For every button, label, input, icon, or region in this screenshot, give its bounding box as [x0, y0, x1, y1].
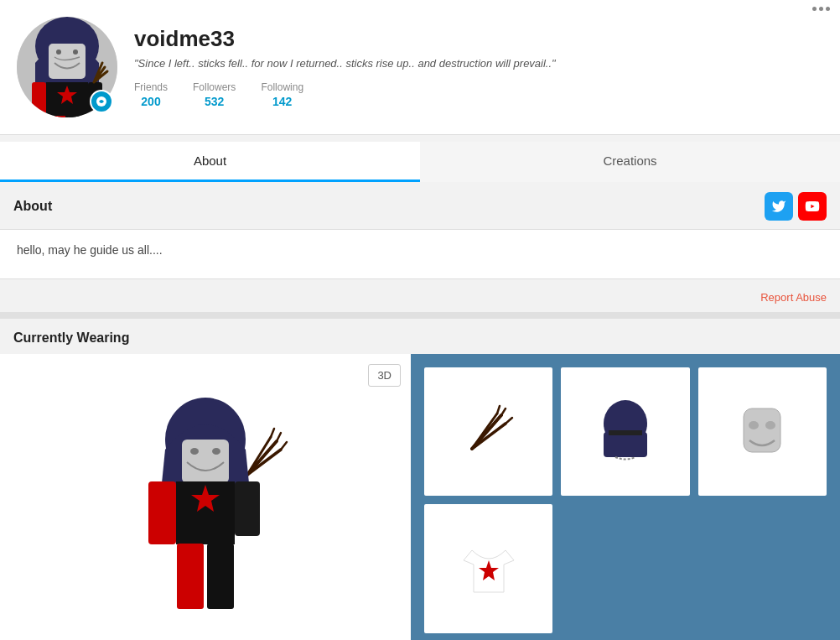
youtube-button[interactable]: [798, 192, 827, 221]
following-label: Following: [261, 81, 303, 93]
options-dots[interactable]: [812, 7, 830, 11]
svg-rect-10: [69, 116, 87, 117]
3d-button[interactable]: 3D: [368, 364, 401, 387]
dot-2: [819, 7, 823, 11]
stat-followers: Followers 532: [193, 81, 236, 108]
report-container: Report Abuse: [0, 283, 840, 312]
social-icons: [765, 192, 827, 221]
svg-rect-2: [49, 44, 86, 79]
svg-point-4: [73, 49, 78, 55]
profile-header: voidme33 "Since I left.. sticks fell.. f…: [0, 0, 840, 135]
svg-rect-27: [177, 544, 204, 609]
avatar-container: [17, 17, 117, 117]
item-icon-mask: [716, 386, 808, 478]
character-3d-view: [113, 382, 298, 617]
svg-rect-26: [235, 481, 260, 536]
twitter-button[interactable]: [765, 192, 793, 221]
svg-line-33: [506, 418, 512, 424]
followers-value[interactable]: 532: [205, 95, 224, 108]
about-text: hello, may he guide us all....: [0, 229, 840, 279]
dot-3: [826, 7, 830, 11]
svg-line-15: [247, 437, 271, 475]
following-value[interactable]: 142: [272, 95, 292, 108]
item-icon-shirt: [443, 523, 535, 615]
report-abuse-link[interactable]: Report Abuse: [760, 291, 827, 304]
svg-line-17: [281, 442, 287, 450]
currently-wearing-title: Currently Wearing: [0, 319, 840, 354]
svg-point-40: [765, 421, 775, 429]
svg-rect-36: [604, 432, 647, 457]
about-section: About hello, may h: [0, 182, 840, 312]
item-icon-claw: [443, 386, 535, 478]
friends-value[interactable]: 200: [141, 95, 160, 108]
svg-point-39: [749, 421, 759, 429]
main-content: About hello, may h: [0, 182, 840, 640]
friends-label: Friends: [134, 81, 168, 93]
online-badge: [90, 90, 113, 113]
svg-line-34: [497, 406, 500, 414]
svg-rect-37: [609, 430, 642, 435]
section-divider-1: [0, 312, 840, 319]
svg-point-3: [56, 49, 61, 55]
tabs-container: About Creations: [0, 142, 840, 182]
item-card-hood[interactable]: [561, 367, 689, 496]
svg-point-22: [212, 448, 220, 455]
followers-label: Followers: [193, 81, 236, 93]
profile-stats: Friends 200 Followers 532 Following 142: [134, 81, 823, 108]
item-icon-hood: [579, 386, 671, 478]
item-card-shirt[interactable]: [424, 504, 552, 632]
items-panel: [411, 354, 840, 640]
svg-line-32: [501, 408, 506, 415]
about-bio: hello, may he guide us all....: [17, 243, 163, 257]
item-card-claw[interactable]: [424, 367, 552, 496]
username: voidme33: [134, 26, 823, 52]
avatar-3d-container: 3D: [0, 354, 411, 640]
about-header: About: [0, 182, 840, 229]
svg-rect-20: [182, 440, 229, 483]
profile-info: voidme33 "Since I left.. sticks fell.. f…: [134, 26, 823, 108]
page-wrapper: voidme33 "Since I left.. sticks fell.. f…: [0, 0, 840, 640]
svg-rect-7: [32, 82, 46, 117]
tab-creations[interactable]: Creations: [420, 142, 840, 182]
wearing-content: 3D: [0, 354, 840, 640]
svg-point-21: [190, 448, 199, 455]
svg-line-16: [277, 433, 281, 441]
item-card-mask[interactable]: [698, 367, 827, 496]
currently-wearing-section: Currently Wearing 3D: [0, 319, 840, 640]
svg-rect-25: [148, 481, 176, 544]
tab-about[interactable]: About: [0, 142, 420, 182]
stat-following: Following 142: [261, 81, 303, 108]
stat-friends: Friends 200: [134, 81, 168, 108]
profile-bio: "Since I left.. sticks fell.. for now I …: [134, 57, 823, 70]
svg-rect-9: [47, 116, 65, 117]
svg-rect-28: [207, 544, 234, 609]
svg-line-18: [271, 429, 274, 437]
about-title: About: [13, 199, 52, 214]
dot-1: [812, 7, 817, 11]
